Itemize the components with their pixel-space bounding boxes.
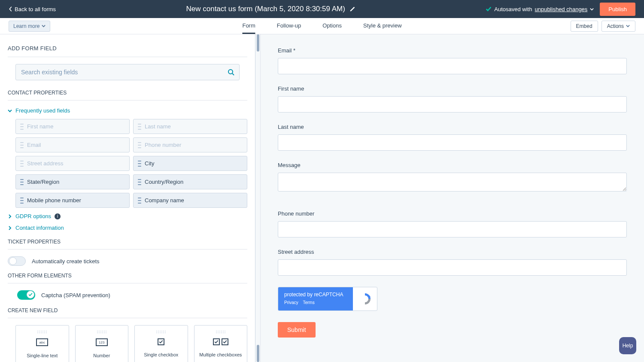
actions-button[interactable]: Actions — [601, 21, 635, 32]
captcha-toggle[interactable] — [17, 290, 35, 300]
pencil-icon[interactable] — [349, 6, 355, 12]
help-button[interactable]: Help — [619, 337, 636, 354]
newfield-label: Single-line text — [19, 353, 65, 358]
form-input[interactable] — [278, 221, 627, 237]
svg-point-0 — [228, 70, 233, 74]
recaptcha-privacy[interactable]: Privacy — [284, 300, 298, 305]
field-chip: Phone number — [133, 137, 247, 152]
right-actions: Embed Actions — [571, 21, 635, 32]
field-chip[interactable]: City — [133, 156, 247, 171]
field-label: Phone number — [278, 210, 627, 217]
scroll-thumb — [257, 345, 259, 362]
field-chip-label: Phone number — [145, 142, 181, 148]
form-field: Street address — [278, 249, 627, 276]
newfield-grid: abc Single-line text 123 Number Single c… — [15, 325, 247, 362]
tab-options[interactable]: Options — [322, 18, 342, 34]
grip-icon — [138, 142, 141, 148]
form-field: First name — [278, 85, 627, 113]
form-input[interactable] — [278, 259, 627, 276]
grip-icon — [20, 179, 24, 185]
accordion-gdpr[interactable]: GDPR options i — [8, 213, 247, 219]
form-field: Message — [278, 162, 627, 193]
field-label: Message — [278, 162, 627, 168]
tabs: Form Follow-up Options Style & preview — [242, 18, 401, 34]
field-chip-label: Email — [27, 142, 41, 148]
recaptcha-terms[interactable]: Terms — [303, 300, 314, 305]
accordion-label: GDPR options — [15, 213, 51, 219]
toggle-label: Captcha (SPAM prevention) — [41, 292, 110, 298]
autosave-status[interactable]: Autosaved with unpublished changes — [486, 6, 594, 12]
field-chip-label: Street address — [27, 160, 64, 167]
field-label: Street address — [278, 249, 627, 255]
divider — [8, 249, 247, 249]
autosave-link: unpublished changes — [535, 6, 587, 12]
info-icon: i — [55, 213, 61, 219]
newfield-single-checkbox[interactable]: Single checkbox — [134, 325, 188, 362]
secondbar: Learn more Form Follow-up Options Style … — [0, 18, 644, 34]
form-textarea[interactable] — [278, 173, 627, 192]
publish-button[interactable]: Publish — [600, 3, 635, 16]
checkbox-icon — [138, 338, 184, 345]
newfield-number[interactable]: 123 Number — [75, 325, 129, 362]
accordion-label: Frequently used fields — [15, 107, 70, 114]
top-right: Autosaved with unpublished changes Publi… — [486, 3, 635, 16]
recaptcha-text: protected by reCAPTCHA — [284, 292, 347, 298]
form-input[interactable] — [278, 134, 627, 151]
embed-button[interactable]: Embed — [571, 21, 598, 32]
accordion-frequently-used[interactable]: Frequently used fields — [8, 107, 247, 114]
field-chip-label: First name — [27, 123, 53, 130]
grip-icon — [20, 142, 24, 148]
grip-icon — [138, 198, 141, 204]
check-icon — [486, 6, 492, 12]
back-to-forms[interactable]: Back to all forms — [9, 6, 56, 12]
newfield-label: Multiple checkboxes — [198, 352, 244, 357]
search-icon[interactable] — [228, 69, 234, 76]
recaptcha-left: protected by reCAPTCHA Privacy Terms — [278, 287, 353, 310]
captcha-row: Captcha (SPAM prevention) — [17, 290, 247, 300]
page-title: New contact us form (March 5, 2020 8:30:… — [186, 5, 345, 13]
back-label: Back to all forms — [15, 6, 56, 12]
field-chip[interactable]: Country/Region — [133, 174, 247, 189]
field-chip-label: State/Region — [27, 179, 59, 185]
form-field: Email * — [278, 47, 627, 74]
form-field: Last name — [278, 124, 627, 151]
field-chip[interactable]: State/Region — [15, 174, 130, 189]
search-input[interactable] — [15, 64, 240, 80]
newfield-multiple-checkboxes[interactable]: Multiple checkboxes — [194, 325, 248, 362]
add-form-field-head: ADD FORM FIELD — [8, 45, 247, 52]
grip-icon — [97, 331, 106, 333]
field-chip[interactable]: Mobile phone number — [15, 193, 130, 208]
newfield-single-line[interactable]: abc Single-line text — [15, 325, 69, 362]
left-scrollbar[interactable] — [255, 34, 261, 362]
left-panel: ADD FORM FIELD CONTACT PROPERTIES Freque… — [0, 34, 255, 362]
form-input[interactable] — [278, 58, 627, 74]
field-chip: Street address — [15, 156, 130, 171]
recaptcha-widget[interactable]: protected by reCAPTCHA Privacy Terms — [278, 287, 377, 311]
auto-create-tickets-toggle[interactable] — [8, 256, 26, 266]
toggle-label: Automatically create tickets — [32, 258, 100, 265]
multi-checkbox-icon — [198, 338, 244, 345]
field-grid: First nameLast nameEmailPhone numberStre… — [15, 119, 247, 208]
submit-button[interactable]: Submit — [278, 322, 316, 338]
divider — [8, 318, 247, 318]
newfield-label: Number — [79, 353, 125, 358]
accordion-contact-info[interactable]: Contact information — [8, 225, 247, 231]
divider — [8, 100, 247, 100]
main: ADD FORM FIELD CONTACT PROPERTIES Freque… — [0, 34, 644, 362]
tab-follow-up[interactable]: Follow-up — [277, 18, 301, 34]
field-label: Last name — [278, 124, 627, 130]
contact-properties-head: CONTACT PROPERTIES — [8, 90, 247, 96]
grip-icon — [20, 161, 24, 167]
top-center: New contact us form (March 5, 2020 8:30:… — [56, 5, 486, 13]
field-label: Email * — [278, 47, 627, 54]
field-label: First name — [278, 85, 627, 92]
field-chip-label: Country/Region — [145, 179, 183, 185]
form-input[interactable] — [278, 96, 627, 113]
tab-style-preview[interactable]: Style & preview — [363, 18, 402, 34]
field-chip[interactable]: Company name — [133, 193, 247, 208]
learn-more-button[interactable]: Learn more — [9, 21, 50, 32]
grip-icon — [37, 331, 47, 333]
tab-form[interactable]: Form — [242, 18, 255, 34]
autosave-prefix: Autosaved with — [494, 6, 532, 12]
ticket-properties-head: TICKET PROPERTIES — [8, 239, 247, 245]
